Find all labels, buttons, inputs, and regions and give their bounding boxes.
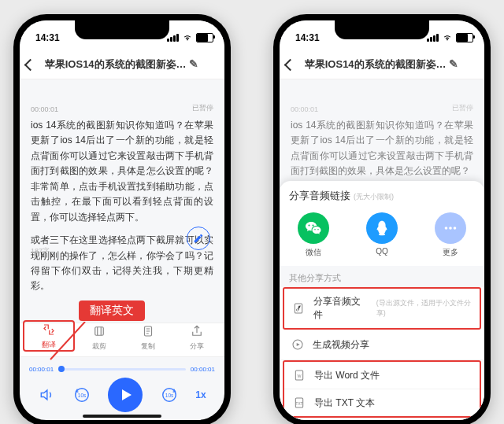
sheet-title: 分享音频链接(无大小限制): [280, 181, 484, 208]
signal-icon: [167, 34, 179, 42]
svg-point-8: [449, 227, 452, 230]
svg-text:TXT: TXT: [296, 402, 303, 406]
forward-10s-icon[interactable]: 10s: [161, 386, 178, 404]
wifi-icon: [182, 34, 193, 42]
play-icon: [122, 389, 132, 400]
more-icon: [435, 212, 466, 244]
trim-icon: [91, 323, 107, 339]
svg-text:10s: 10s: [78, 393, 86, 398]
share-qq[interactable]: QQ: [366, 212, 398, 258]
signal-icon: [427, 34, 439, 42]
back-10s-icon[interactable]: 10s: [73, 386, 91, 404]
annotation-arrow: [49, 322, 87, 361]
back-icon[interactable]: [284, 58, 297, 71]
svg-text:W: W: [297, 374, 302, 378]
edit-icon[interactable]: ✎: [189, 57, 198, 70]
nav-bar: 苹果IOS14的系统的截图新姿… ✎: [280, 50, 484, 79]
annotation-bubble: 翻译英文: [79, 300, 145, 321]
txt-file-icon: TXT: [292, 396, 306, 410]
video-icon: [291, 337, 305, 352]
wifi-icon: [442, 34, 453, 42]
edit-button[interactable]: [187, 227, 210, 250]
svg-line-0: [50, 322, 85, 359]
playback-pos: 00:00:01: [291, 105, 318, 113]
volume-icon[interactable]: [38, 386, 55, 404]
tool-share[interactable]: 分享: [172, 323, 221, 352]
share-more[interactable]: 更多: [435, 212, 466, 258]
opt-word[interactable]: W 导出 Word 文件: [284, 362, 480, 389]
status-time: 14:31: [280, 32, 320, 43]
opt-video[interactable]: 生成视频分享: [280, 330, 484, 360]
playback-state: 已暂停: [452, 103, 473, 113]
svg-point-9: [453, 227, 456, 230]
tool-copy[interactable]: 复制: [124, 323, 172, 352]
home-indicator: [83, 415, 161, 418]
other-methods-title: 其他分享方式: [280, 266, 484, 287]
share-wechat[interactable]: 微信: [298, 212, 329, 258]
transcript: ios 14系统的截图新知识你知道吗？在苹果更新了ios 14后出了一个新的功能…: [291, 118, 473, 179]
playback-pos: 00:00:01: [31, 105, 58, 113]
status-time: 14:31: [20, 32, 60, 43]
battery-icon: [456, 33, 473, 42]
device-notch: [75, 20, 169, 39]
export-group: W 导出 Word 文件 TXT 导出 TXT 文本: [283, 360, 481, 418]
opt-share-audio[interactable]: 分享音频文件(导出源文件，适用于小文件分享): [283, 287, 481, 330]
share-sheet: 分享音频链接(无大小限制) 微信 QQ 更多 其: [280, 181, 484, 420]
share-icon: [189, 323, 205, 339]
playback-rate[interactable]: 1x: [195, 389, 206, 400]
word-count: 187字: [31, 246, 50, 256]
scrubber[interactable]: 00:00:01 00:00:01: [20, 366, 224, 373]
edit-icon[interactable]: ✎: [449, 57, 458, 70]
wechat-icon: [298, 212, 329, 244]
svg-text:10s: 10s: [165, 393, 173, 398]
word-file-icon: W: [292, 368, 306, 382]
playback-state: 已暂停: [192, 103, 213, 113]
svg-rect-1: [95, 327, 104, 336]
opt-txt[interactable]: TXT 导出 TXT 文本: [284, 389, 480, 416]
svg-point-7: [444, 227, 447, 230]
scrub-end: 00:00:01: [191, 366, 215, 373]
back-icon[interactable]: [24, 58, 37, 71]
transcript: ios 14系统的截图新知识你知道吗？在苹果更新了ios 14后出了一个新的功能…: [31, 118, 213, 294]
qq-icon: [366, 212, 398, 244]
nav-bar: 苹果IOS14的系统的截图新姿… ✎: [20, 50, 224, 79]
opt-private[interactable]: 分享私密链接: [280, 418, 484, 420]
phone-right: 14:31 苹果IOS14的系统的截图新姿… ✎ 00:00:01 已暂停: [273, 14, 491, 424]
audio-file-icon: [292, 301, 306, 315]
phone-left: 14:31 苹果IOS14的系统的截图新姿… ✎ 00:00:01 已暂停: [13, 14, 231, 424]
scrub-start: 00:00:01: [29, 366, 54, 373]
copy-icon: [140, 323, 156, 339]
page-title: 苹果IOS14的系统的截图新姿… ✎: [301, 57, 462, 72]
device-notch: [335, 20, 429, 39]
battery-icon: [196, 33, 213, 42]
player-controls: 10s 10s 1x: [20, 378, 224, 412]
page-title: 苹果IOS14的系统的截图新姿… ✎: [41, 57, 202, 72]
play-button[interactable]: [108, 378, 143, 412]
